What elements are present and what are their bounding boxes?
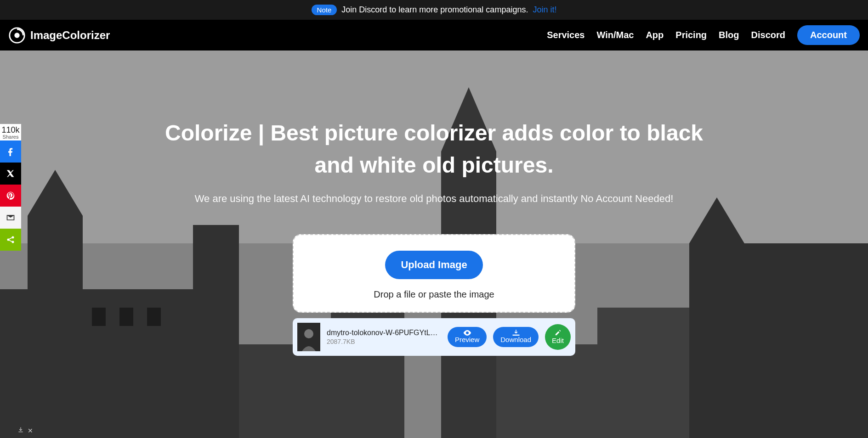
- nav-links: Services Win/Mac App Pricing Blog Discor…: [547, 25, 860, 45]
- svg-point-17: [304, 329, 313, 338]
- share-icon: [6, 235, 15, 244]
- share-facebook-button[interactable]: [0, 140, 21, 163]
- hero-content: Colorize | Best picture colorizer adds c…: [0, 51, 868, 356]
- svg-point-1: [14, 33, 19, 38]
- file-size: 2087.7KB: [327, 338, 441, 345]
- banner-join-link[interactable]: Join it!: [533, 5, 556, 15]
- promo-banner: Note Join Discord to learn more promotio…: [0, 0, 868, 20]
- svg-point-13: [7, 239, 10, 241]
- share-sidebar: 110k Shares: [0, 124, 21, 251]
- edit-label: Edit: [552, 337, 564, 345]
- brand-name: ImageColorizer: [30, 29, 110, 42]
- download-icon: [512, 330, 520, 336]
- svg-point-14: [12, 236, 14, 239]
- share-count-label: Shares: [0, 134, 21, 140]
- download-button[interactable]: Download: [493, 327, 539, 348]
- share-count: 110k Shares: [0, 124, 21, 140]
- nav-discord[interactable]: Discord: [751, 30, 785, 40]
- hero-section: 110k Shares Colorize | Best picture colo…: [0, 51, 868, 438]
- hero-title: Colorize | Best picture colorizer adds c…: [159, 117, 710, 181]
- account-button[interactable]: Account: [797, 25, 860, 45]
- email-icon: [6, 213, 15, 222]
- upload-card[interactable]: Upload Image Drop a file or paste the im…: [293, 234, 575, 313]
- nav-app[interactable]: App: [646, 30, 664, 40]
- share-pinterest-button[interactable]: [0, 185, 21, 207]
- preview-button[interactable]: Preview: [448, 327, 487, 348]
- share-x-button[interactable]: [0, 163, 21, 185]
- edit-button[interactable]: Edit: [545, 324, 571, 350]
- pinterest-icon: [6, 191, 15, 200]
- upload-image-button[interactable]: Upload Image: [385, 251, 482, 279]
- file-name: dmytro-tolokonov-W-6PUFGYtLc-unsplash.jp…: [327, 329, 441, 337]
- uploaded-file-row: dmytro-tolokonov-W-6PUFGYtLc-unsplash.jp…: [293, 318, 575, 356]
- hero-subtitle: We are using the latest AI technology to…: [0, 193, 868, 205]
- svg-point-15: [12, 241, 14, 243]
- nav-services[interactable]: Services: [547, 30, 584, 40]
- navbar: ImageColorizer Services Win/Mac App Pric…: [0, 20, 868, 51]
- close-mini-icon[interactable]: ✕: [28, 427, 33, 434]
- download-label: Download: [500, 336, 531, 344]
- share-email-button[interactable]: [0, 207, 21, 229]
- preview-label: Preview: [455, 336, 479, 344]
- logo[interactable]: ImageColorizer: [8, 27, 110, 44]
- upload-hint: Drop a file or paste the image: [303, 289, 565, 300]
- download-mini-icon[interactable]: [17, 427, 24, 434]
- eye-icon: [463, 330, 471, 336]
- banner-text: Join Discord to learn more promotional c…: [341, 5, 528, 15]
- share-more-button[interactable]: [0, 229, 21, 251]
- edit-icon: [554, 330, 562, 336]
- nav-blog[interactable]: Blog: [719, 30, 739, 40]
- note-badge: Note: [312, 5, 337, 15]
- file-thumbnail: [297, 323, 320, 351]
- facebook-icon: [6, 147, 15, 156]
- logo-icon: [8, 27, 26, 44]
- x-icon: [6, 169, 15, 178]
- file-info: dmytro-tolokonov-W-6PUFGYtLc-unsplash.jp…: [327, 329, 441, 345]
- bottom-left-controls: ✕: [17, 427, 33, 434]
- nav-pricing[interactable]: Pricing: [675, 30, 707, 40]
- nav-winmac[interactable]: Win/Mac: [596, 30, 634, 40]
- share-count-number: 110k: [0, 126, 21, 134]
